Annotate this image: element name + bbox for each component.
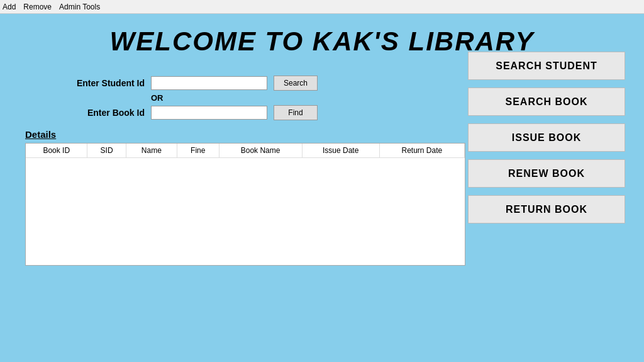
right-buttons-panel: SEARCH STUDENT SEARCH BOOK ISSUE BOOK RE… [468, 52, 625, 223]
find-button[interactable]: Find [274, 105, 318, 120]
search-student-button[interactable]: SEARCH STUDENT [468, 52, 625, 80]
book-id-input[interactable] [151, 106, 267, 120]
main-content: Welcome To Kak's Library Enter Student I… [0, 14, 644, 362]
col-name: Name [126, 144, 177, 158]
menu-admin-tools[interactable]: Admin Tools [59, 3, 100, 11]
col-fine: Fine [177, 144, 219, 158]
data-table: Book ID SID Name Fine Book Name Issue Da… [26, 144, 465, 158]
col-issue-date: Issue Date [302, 144, 379, 158]
col-return-date: Return Date [379, 144, 464, 158]
renew-book-button[interactable]: RENEW BOOK [468, 159, 625, 188]
menu-add[interactable]: Add [3, 3, 16, 11]
table-header-row: Book ID SID Name Fine Book Name Issue Da… [26, 144, 465, 158]
col-book-name: Book Name [219, 144, 302, 158]
col-book-id: Book ID [26, 144, 87, 158]
student-id-input[interactable] [151, 76, 267, 90]
menu-bar: Add Remove Admin Tools [0, 0, 644, 14]
menu-remove[interactable]: Remove [23, 3, 52, 11]
search-book-button[interactable]: SEARCH BOOK [468, 88, 625, 116]
student-id-label: Enter Student Id [44, 78, 145, 88]
search-button[interactable]: Search [274, 76, 318, 91]
book-id-label: Enter Book Id [44, 108, 145, 118]
issue-book-button[interactable]: ISSUE BOOK [468, 123, 625, 152]
col-sid: SID [87, 144, 126, 158]
return-book-button[interactable]: RETURN BOOK [468, 195, 625, 223]
table-container[interactable]: Book ID SID Name Fine Book Name Issue Da… [25, 143, 465, 266]
